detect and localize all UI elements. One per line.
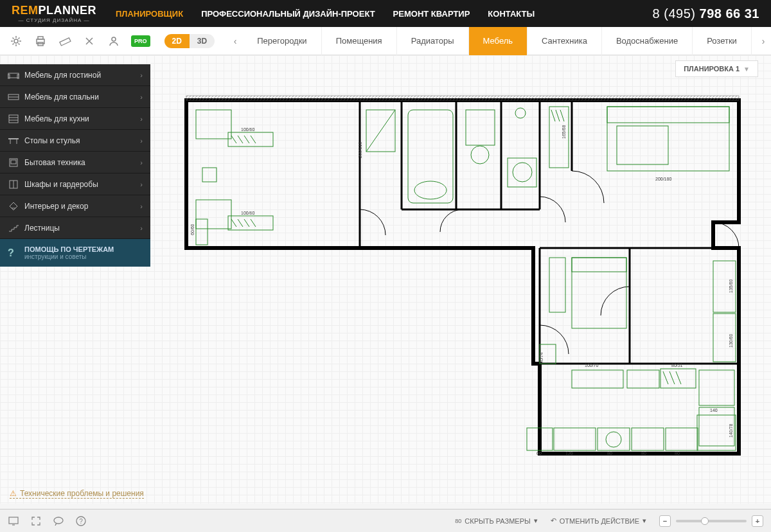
status-right: 80 СКРЫТЬ РАЗМЕРЫ ▾ ↶ ОТМЕНИТЬ ДЕЙСТВИЕ … [455, 515, 763, 527]
svg-rect-57 [666, 428, 698, 450]
plan-selector[interactable]: ПЛАНИРОВКА 1 ▼ [675, 60, 758, 77]
nav-renovation[interactable]: РЕМОНТ КВАРТИР [393, 9, 470, 19]
sofa-icon [8, 71, 24, 80]
status-icons-group: ? [8, 516, 86, 526]
tab-sockets[interactable]: Розетки [693, 27, 752, 55]
svg-rect-26 [196, 219, 208, 245]
svg-rect-50 [699, 370, 734, 405]
bed-icon [8, 93, 24, 102]
settings-icon[interactable] [9, 34, 23, 48]
plan-selector-label: ПЛАНИРОВКА 1 [684, 65, 740, 73]
zoom-thumb[interactable] [701, 517, 709, 525]
sidebar-item-appliances[interactable]: Бытовая техника › [0, 152, 150, 173]
nav-design-project[interactable]: ПРОФЕССИОНАЛЬНЫЙ ДИЗАЙН-ПРОЕКТ [201, 9, 375, 19]
sidebar-item-living-room[interactable]: Мебель для гостиной › [0, 64, 150, 86]
sidebar-item-label: Бытовая техника [24, 158, 140, 167]
technical-issues-link[interactable]: ⚠ Технические проблемы и решения [10, 489, 144, 499]
chevron-right-icon: › [140, 93, 143, 101]
svg-rect-24 [228, 132, 273, 146]
tab-plumbing[interactable]: Сантехника [527, 27, 602, 55]
svg-text:?: ? [79, 518, 83, 525]
print-icon[interactable] [33, 34, 48, 48]
svg-text:135/60: 135/60 [729, 279, 733, 293]
view-2d-button[interactable]: 2D [164, 34, 190, 48]
svg-text:100/70: 100/70 [585, 363, 599, 368]
appliance-icon [8, 158, 24, 167]
zoom-control: − + [659, 515, 763, 527]
svg-rect-19 [186, 96, 739, 100]
chevron-down-icon: ▼ [743, 66, 750, 73]
zoom-slider[interactable] [676, 520, 747, 522]
chevron-right-icon: › [140, 115, 143, 123]
tabs-container: ‹ Перегородки Помещения Радиаторы Мебель… [227, 27, 771, 55]
svg-text:80: 80 [607, 451, 612, 456]
svg-text:200/180: 200/180 [655, 177, 671, 181]
toolbar: PRO 2D 3D ‹ Перегородки Помещения Радиат… [0, 27, 771, 55]
svg-rect-32 [466, 110, 495, 145]
view-3d-button[interactable]: 3D [190, 34, 215, 48]
svg-rect-89 [11, 160, 16, 164]
table-icon [8, 136, 24, 145]
stairs-icon [8, 224, 24, 233]
sidebar-item-label: Мебель для кухни [24, 114, 140, 123]
svg-point-29 [414, 181, 447, 199]
tab-radiators[interactable]: Радиаторы [397, 27, 469, 55]
help-title: ПОМОЩЬ ПО ЧЕРТЕЖАМ [24, 245, 114, 253]
view-switch: 2D 3D [164, 34, 215, 48]
sidebar-item-bedroom[interactable]: Мебель для спальни › [0, 86, 150, 108]
hide-dimensions-button[interactable]: 80 СКРЫТЬ РАЗМЕРЫ ▾ [455, 517, 537, 525]
logo-tagline: — СТУДИЯ ДИЗАЙНА — [12, 17, 96, 23]
cabinet-icon [8, 114, 24, 123]
tab-furniture[interactable]: Мебель [469, 27, 528, 55]
svg-point-5 [112, 37, 116, 41]
zoom-in-button[interactable]: + [752, 515, 763, 527]
tools-icon[interactable] [82, 34, 96, 48]
sidebar-item-tables[interactable]: Столы и стулья › [0, 130, 150, 152]
floorplan[interactable]: 100/60 100/60 60/60 200/110 165/68 200/1… [180, 94, 758, 492]
user-icon[interactable] [107, 34, 121, 48]
svg-text:100/60: 100/60 [241, 127, 255, 132]
ruler-icon[interactable] [58, 34, 72, 48]
sidebar-item-wardrobes[interactable]: Шкафы и гардеробы › [0, 173, 150, 195]
screen-icon[interactable] [8, 516, 19, 526]
sidebar-item-kitchen[interactable]: Мебель для кухни › [0, 108, 150, 130]
nav-planner[interactable]: ПЛАНИРОВЩИК [116, 9, 183, 19]
chevron-right-icon: › [140, 71, 143, 79]
chevron-right-icon: › [140, 137, 143, 145]
svg-rect-4 [60, 37, 71, 45]
furniture-sidebar: Мебель для гостиной › Мебель для спальни… [0, 64, 150, 267]
help-subtitle: инструкции и советы [24, 253, 114, 260]
svg-rect-39 [607, 107, 729, 123]
tabs-scroll-left[interactable]: ‹ [227, 36, 243, 46]
svg-rect-23 [196, 200, 231, 229]
svg-rect-25 [228, 216, 273, 230]
pro-badge[interactable]: PRO [131, 35, 150, 47]
main-nav: ПЛАНИРОВЩИК ПРОФЕССИОНАЛЬНЫЙ ДИЗАЙН-ПРОЕ… [116, 9, 653, 19]
sidebar-item-decor[interactable]: Интерьер и декор › [0, 195, 150, 217]
chat-icon[interactable] [53, 516, 64, 526]
help-icon[interactable]: ? [76, 516, 86, 526]
zoom-out-button[interactable]: − [659, 515, 671, 527]
chevron-right-icon: › [140, 159, 143, 166]
tabs-scroll-right[interactable]: › [756, 36, 771, 46]
svg-rect-48 [627, 370, 659, 388]
svg-rect-22 [196, 110, 231, 139]
svg-rect-92 [9, 517, 18, 524]
nav-contacts[interactable]: КОНТАКТЫ [488, 9, 535, 19]
svg-rect-40 [617, 126, 668, 164]
logo[interactable]: REMPLANNER — СТУДИЯ ДИЗАЙНА — [12, 4, 96, 23]
undo-button[interactable]: ↶ ОТМЕНИТЬ ДЕЙСТВИЕ ▾ [551, 517, 646, 525]
chevron-right-icon: › [140, 224, 143, 232]
sidebar-help[interactable]: ? ПОМОЩЬ ПО ЧЕРТЕЖАМ инструкции и советы [0, 239, 150, 267]
svg-text:140: 140 [710, 408, 718, 412]
tab-partitions[interactable]: Перегородки [243, 27, 321, 55]
logo-planner: PLANNER [39, 4, 97, 17]
expand-icon[interactable] [31, 516, 41, 526]
question-icon: ? [8, 247, 24, 259]
tab-water-supply[interactable]: Водоснабжение [602, 27, 693, 55]
tab-rooms[interactable]: Помещения [322, 27, 397, 55]
svg-text:80/51: 80/51 [671, 363, 683, 368]
sidebar-item-stairs[interactable]: Лестницы › [0, 217, 150, 239]
svg-rect-27 [202, 168, 217, 182]
svg-text:130/60: 130/60 [729, 333, 733, 348]
